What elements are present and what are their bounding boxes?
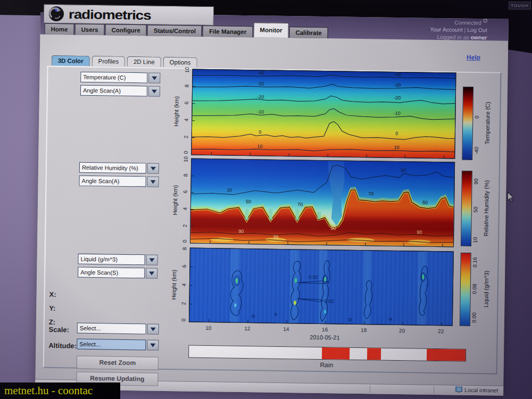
monitor-sub-tabs: 3D Color Profiles 2D Line Options	[52, 55, 197, 68]
y-tick: 4	[184, 119, 189, 122]
contour-label: 50	[422, 200, 428, 205]
x-coordinate-label: X:	[49, 290, 56, 298]
x-tick: 10	[201, 325, 217, 331]
y-tick: 10	[184, 67, 190, 73]
dropdown-arrow-icon[interactable]	[146, 254, 157, 265]
contour-label: -40	[257, 70, 264, 76]
humidity-scan-select[interactable]: Angle Scan(A)	[79, 176, 159, 187]
help-link[interactable]: Help	[467, 54, 480, 61]
dropdown-arrow-icon[interactable]	[148, 72, 160, 83]
dropdown-arrow-icon[interactable]	[147, 176, 159, 187]
logged-in-as-text: Logged in as	[437, 33, 469, 40]
dropdown-arrow-icon[interactable]	[148, 86, 160, 96]
nav-tab-calibrate[interactable]: Calibrate	[289, 27, 328, 38]
contour-label: 0.02	[309, 275, 318, 280]
dropdown-arrow-icon[interactable]	[147, 339, 159, 350]
connection-indicator-icon	[484, 19, 487, 22]
y-tick: 8	[182, 174, 188, 177]
contour-label: 90	[238, 229, 244, 234]
humidity-scan-value[interactable]: Angle Scan(A)	[79, 176, 146, 187]
dropdown-arrow-icon[interactable]	[147, 323, 159, 334]
colorbar-tick: 0.08	[471, 284, 477, 294]
y-tick: 2	[181, 302, 187, 305]
x-tick: 20	[394, 328, 410, 334]
altitude-select[interactable]: Select...	[77, 339, 159, 351]
log-out-link[interactable]: Log Out	[467, 27, 487, 34]
altitude-label: Altitude:	[48, 342, 77, 350]
contour-label: 50	[246, 199, 251, 204]
colorbar-tick: 10	[472, 237, 478, 243]
contour-label: 10	[394, 145, 399, 150]
nav-tab-status-control[interactable]: Status/Control	[147, 24, 203, 36]
contour-label: 90	[417, 229, 422, 235]
rain-segment	[367, 348, 381, 360]
main-nav-tabs: Home Users Configure Status/Control File…	[44, 23, 328, 38]
contour-label: -30	[257, 81, 264, 86]
y-coordinate-label: Y:	[49, 304, 55, 312]
username: owner	[470, 34, 487, 40]
y-tick: 0	[181, 240, 187, 243]
y-tick: 6	[181, 265, 187, 268]
contour-label: 90	[330, 226, 336, 231]
nav-tab-file-manager[interactable]: File Manager	[203, 26, 253, 37]
colorbar-tick: 0	[474, 115, 480, 119]
subtab-options[interactable]: Options	[163, 57, 197, 68]
mouse-cursor-icon	[506, 192, 515, 202]
x-tick: 12	[239, 326, 255, 331]
radiometrics-logo-icon	[48, 6, 64, 22]
temperature-scan-value[interactable]: Angle Scan(A)	[80, 85, 147, 97]
temperature-variable-value[interactable]: Temperature (C)	[80, 72, 147, 84]
temperature-variable-select[interactable]: Temperature (C)	[80, 72, 160, 84]
rain-segment	[322, 347, 350, 360]
nav-tab-users[interactable]: Users	[74, 23, 104, 35]
contour-label: -20	[257, 94, 264, 99]
y-tick: 6	[184, 102, 189, 105]
x-tick: 22	[433, 328, 449, 334]
nav-tab-monitor[interactable]: Monitor	[253, 22, 289, 38]
status-divider	[434, 386, 434, 394]
humidity-variable-value[interactable]: Relative Humidity (%)	[79, 162, 146, 174]
y-tick: 4	[182, 207, 188, 211]
monitor-brand-label: TOUGH	[509, 2, 531, 10]
liquid-scan-select[interactable]: Angle Scan(S)	[78, 267, 157, 279]
liquid-colorbar-label: Liquid (g/m^3)	[483, 271, 489, 308]
account-info: Connected Your Account | Log Out Logged …	[430, 18, 487, 41]
scale-select[interactable]: Select...	[77, 323, 159, 335]
liquid-heatmap[interactable]: 0.02 0.02	[189, 248, 454, 326]
contour-label: 30	[401, 168, 406, 173]
y-tick: 2	[182, 225, 188, 228]
y-tick: 0	[180, 319, 186, 322]
logo-wordmark: radiometrics	[69, 7, 151, 23]
liquid-variable-value[interactable]: Liquid (g/m^3)	[78, 254, 145, 265]
contour-label: -30	[394, 82, 401, 88]
humidity-heatmap[interactable]: 30 30 50 50 70 70 70 90 90 90	[190, 159, 455, 247]
temperature-scan-select[interactable]: Angle Scan(A)	[80, 85, 160, 97]
liquid-variable-select[interactable]: Liquid (g/m^3)	[78, 254, 157, 265]
contour-label: 70	[273, 235, 278, 240]
temperature-heatmap[interactable]: 10 10 0 0 -10 -10 -20 -20 -30 -30 -40 -4…	[191, 69, 456, 159]
altitude-select-value[interactable]: Select...	[77, 339, 146, 351]
liquid-scan-value[interactable]: Angle Scan(S)	[78, 267, 145, 279]
x-axis-date-label: 2010-05-21	[295, 334, 354, 341]
colorbar-tick: 0.16	[472, 257, 478, 268]
dropdown-arrow-icon[interactable]	[147, 163, 159, 173]
subtab-profiles[interactable]: Profiles	[92, 56, 126, 66]
dropdown-arrow-icon[interactable]	[146, 268, 157, 278]
nav-tab-home[interactable]: Home	[44, 23, 74, 35]
humidity-variable-select[interactable]: Relative Humidity (%)	[79, 162, 159, 174]
reset-zoom-button[interactable]: Reset Zoom	[77, 356, 159, 370]
z-coordinate-label: Z:	[49, 318, 55, 326]
subtab-3d-color[interactable]: 3D Color	[52, 55, 90, 66]
nav-tab-configure[interactable]: Configure	[105, 24, 147, 36]
humidity-colorbar-label: Relative Humidity (%)	[483, 180, 489, 236]
link-separator: |	[464, 27, 466, 33]
temperature-colorbar-label: Temperature (C)	[484, 102, 491, 144]
scale-select-value[interactable]: Select...	[77, 323, 146, 335]
photo-watermark: metnet.hu - coontac	[0, 383, 120, 399]
humidity-y-axis-label: Height (km)	[172, 185, 179, 215]
subtab-2d-line[interactable]: 2D Line	[127, 56, 161, 67]
y-tick: 8	[181, 247, 187, 251]
x-tick: 18	[356, 327, 372, 333]
your-account-link[interactable]: Your Account	[430, 26, 463, 33]
y-tick: 0	[183, 151, 189, 154]
